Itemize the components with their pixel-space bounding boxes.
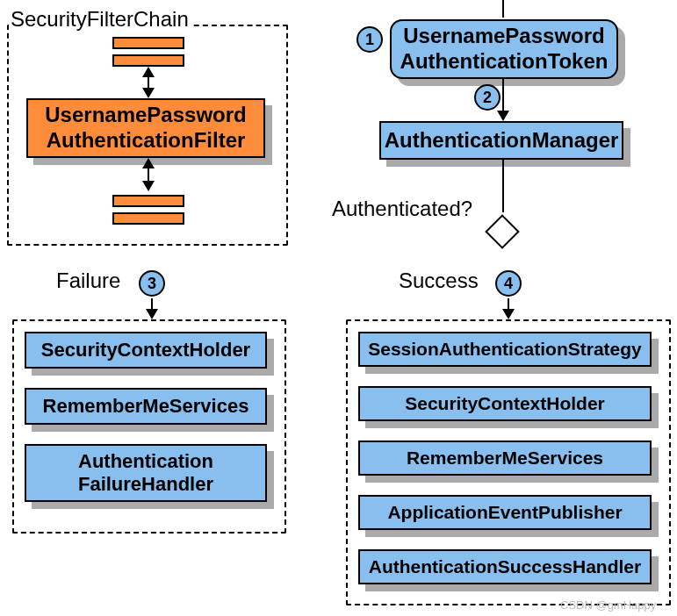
main-filter-line2: AuthenticationFilter (47, 128, 246, 154)
badge-2: 2 (474, 84, 501, 111)
token-l1: UsernamePassword (403, 24, 604, 49)
succ-item2: SecurityContextHolder (358, 386, 652, 421)
authenticated-label: Authenticated? (332, 197, 472, 221)
main-filter-line1: UsernamePassword (45, 103, 246, 128)
filter-chain-title: SecurityFilterChain (9, 7, 191, 32)
succ-item3: RememberMeServices (358, 441, 652, 476)
fail-item1-text: SecurityContextHolder (41, 339, 250, 362)
filter-stack-top2 (112, 54, 184, 67)
succ-item3-text: RememberMeServices (407, 447, 603, 469)
failure-label: Failure (56, 269, 120, 293)
arrow-head-up (142, 67, 155, 77)
success-label: Success (399, 269, 479, 293)
entry-line (502, 0, 504, 18)
fail-item2-text: RememberMeServices (43, 395, 249, 418)
main-filter-node: UsernamePassword AuthenticationFilter (26, 98, 265, 158)
arrow-head-down2 (142, 181, 155, 191)
badge-1: 1 (357, 26, 383, 53)
manager-text: AuthenticationManager (385, 128, 619, 154)
filter-stack-bottom (112, 195, 184, 207)
arrow-head-manager (497, 111, 509, 121)
arrow-head-down (142, 88, 155, 98)
arrow-head-failure (146, 309, 158, 319)
fail-item2: RememberMeServices (25, 388, 267, 425)
succ-item2-text: SecurityContextHolder (405, 392, 605, 414)
succ-item5: AuthenticationSuccessHandler (358, 549, 652, 584)
fail-item1: SecurityContextHolder (25, 332, 267, 369)
succ-item1: SessionAuthenticationStrategy (358, 332, 652, 367)
badge-4: 4 (495, 270, 522, 297)
arrow-head-up2 (142, 158, 155, 168)
badge-3: 3 (139, 270, 165, 297)
token-node: UsernamePassword AuthenticationToken (390, 19, 618, 79)
filter-stack-top (112, 37, 184, 49)
diagram-canvas: SecurityFilterChain UsernamePassword Aut… (0, 0, 677, 616)
fail-item3-l1: Authentication (78, 450, 213, 473)
arrow-head-success (502, 309, 515, 319)
line-to-diamond (502, 160, 504, 212)
fail-item3-l2: FailureHandler (78, 473, 213, 496)
fail-item3: Authentication FailureHandler (25, 444, 267, 502)
succ-item4-text: ApplicationEventPublisher (387, 501, 622, 523)
token-l2: AuthenticationToken (400, 49, 609, 75)
succ-item1-text: SessionAuthenticationStrategy (368, 338, 642, 360)
decision-diamond (485, 214, 520, 249)
manager-node: AuthenticationManager (379, 121, 623, 160)
succ-item5-text: AuthenticationSuccessHandler (369, 555, 641, 577)
filter-stack-bottom2 (112, 212, 184, 225)
succ-item4: ApplicationEventPublisher (358, 495, 652, 530)
watermark: CSDN @gmHappy (560, 598, 656, 612)
